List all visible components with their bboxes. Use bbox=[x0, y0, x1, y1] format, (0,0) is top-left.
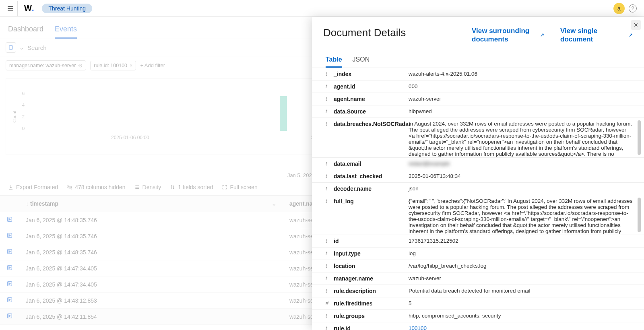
tab-events[interactable]: Events bbox=[55, 21, 77, 39]
close-panel-button[interactable]: ✕ bbox=[631, 20, 641, 30]
hamburger-menu-icon[interactable] bbox=[3, 1, 18, 16]
expand-icon[interactable] bbox=[6, 217, 13, 224]
doc-field-value: In August 2024, over 332M rows of email … bbox=[409, 118, 644, 157]
doc-field-value: hibp, compromised_accounts, security bbox=[409, 310, 644, 322]
sorted-button[interactable]: 1 fields sorted bbox=[170, 184, 213, 190]
col-timestamp[interactable]: ↓timestamp ⌄ bbox=[19, 196, 283, 212]
doc-field-key: trule.description bbox=[312, 285, 409, 297]
doc-field-row: tdecoder.namejson bbox=[312, 183, 644, 195]
density-button[interactable]: Density bbox=[134, 184, 161, 190]
doc-field-row: tdata.Sourcehibpwned bbox=[312, 105, 644, 118]
doc-field-row: tdata.emailredact@example bbox=[312, 158, 644, 170]
field-type-icon: t bbox=[326, 161, 330, 167]
doc-field-value: 2025-01-06T13:48:34 bbox=[409, 170, 644, 182]
doc-field-key: trule.id bbox=[312, 322, 409, 330]
field-type-icon: t bbox=[326, 198, 330, 204]
doc-field-value: wazuh-alerts-4.x-2025.01.06 bbox=[409, 68, 644, 80]
field-type-icon: t bbox=[326, 71, 330, 77]
svg-rect-7 bbox=[8, 217, 12, 222]
avatar[interactable]: a bbox=[613, 3, 625, 14]
doc-field-row: tfull_log{"email":" ","breaches":{"NotSO… bbox=[312, 195, 644, 235]
cell-timestamp: Jan 6, 2025 @ 14:42:11.854 bbox=[19, 309, 283, 325]
expand-icon[interactable] bbox=[6, 298, 13, 304]
doc-field-value: wazuh-server bbox=[409, 93, 644, 105]
doc-field-value[interactable]: 100100 bbox=[409, 322, 644, 330]
doc-field-key: tmanager.name bbox=[312, 272, 409, 285]
panel-title: Document Details bbox=[323, 27, 406, 39]
doc-field-key: tagent.name bbox=[312, 93, 409, 105]
close-icon[interactable]: × bbox=[130, 63, 132, 68]
doc-field-value: wazuh-server bbox=[409, 272, 644, 285]
doc-field-value: 000 bbox=[409, 80, 644, 93]
doc-field-key: tdecoder.name bbox=[312, 183, 409, 195]
export-button[interactable]: Export Formated bbox=[8, 184, 58, 190]
scrollbar[interactable] bbox=[638, 120, 641, 155]
doc-field-row: tmanager.namewazuh-server bbox=[312, 272, 644, 285]
expand-icon[interactable] bbox=[6, 250, 13, 256]
doc-field-row: t_indexwazuh-alerts-4.x-2025.01.06 bbox=[312, 68, 644, 80]
panel-tabs: Table JSON bbox=[312, 48, 644, 68]
fullscreen-button[interactable]: Full screen bbox=[222, 184, 257, 190]
panel-tab-json[interactable]: JSON bbox=[353, 53, 370, 68]
columns-hidden-button[interactable]: 478 columns hidden bbox=[67, 184, 125, 190]
doc-field-key: tlocation bbox=[312, 260, 409, 272]
field-type-icon: t bbox=[326, 108, 330, 115]
filter-label: rule.id: 100100 bbox=[94, 63, 127, 68]
pin-icon: ⊝ bbox=[78, 62, 83, 68]
add-filter-button[interactable]: + Add filter bbox=[140, 62, 165, 68]
field-type-icon: t bbox=[326, 313, 330, 319]
doc-field-key: tagent.id bbox=[312, 80, 409, 93]
view-surrounding-link[interactable]: View surrounding documents↗ bbox=[472, 27, 544, 44]
chevron-down-icon[interactable]: ⌄ bbox=[19, 44, 24, 51]
doc-field-value: Potential data breach detected for monit… bbox=[409, 285, 644, 297]
external-link-icon: ↗ bbox=[540, 32, 544, 38]
cell-timestamp: Jan 6, 2025 @ 14:47:34.405 bbox=[19, 276, 283, 293]
filter-manager-name[interactable]: manager.name: wazuh-server ⊝ bbox=[6, 60, 86, 70]
doc-field-value: log bbox=[409, 248, 644, 260]
svg-rect-9 bbox=[8, 250, 12, 254]
logo[interactable]: W. bbox=[24, 4, 34, 13]
svg-rect-3 bbox=[9, 45, 12, 49]
field-type-icon: t bbox=[326, 325, 330, 330]
field-type-icon: t bbox=[326, 250, 330, 257]
y-axis-label: Count bbox=[12, 111, 17, 122]
cell-timestamp: Jan 6, 2025 @ 14:43:12.853 bbox=[19, 293, 283, 309]
doc-field-row: tlocation/var/log/hibp_breach_checks.log bbox=[312, 260, 644, 272]
field-type-icon: t bbox=[326, 83, 330, 90]
doc-field-key: tdata.last_checked bbox=[312, 170, 409, 182]
doc-field-row: tagent.namewazuh-server bbox=[312, 93, 644, 105]
doc-field-row: tid1736171315.212502 bbox=[312, 235, 644, 248]
doc-field-value: 1736171315.212502 bbox=[409, 235, 644, 247]
view-single-link[interactable]: View single document↗ bbox=[560, 27, 633, 44]
doc-field-value: hibpwned bbox=[409, 105, 644, 118]
panel-tab-table[interactable]: Table bbox=[326, 53, 342, 68]
chart-bar bbox=[280, 96, 287, 131]
external-link-icon: ↗ bbox=[629, 32, 633, 38]
expand-icon[interactable] bbox=[6, 282, 13, 288]
doc-field-key: tfull_log bbox=[312, 195, 409, 235]
doc-field-key: #rule.firedtimes bbox=[312, 297, 409, 309]
field-type-icon: t bbox=[326, 238, 330, 244]
breadcrumb[interactable]: Threat Hunting bbox=[42, 4, 92, 13]
tab-dashboard[interactable]: Dashboard bbox=[8, 21, 43, 39]
expand-icon[interactable] bbox=[6, 233, 13, 240]
doc-field-row: trule.id100100 bbox=[312, 322, 644, 330]
doc-field-value: 5 bbox=[409, 297, 644, 309]
doc-field-key: tdata.Source bbox=[312, 105, 409, 118]
field-type-icon: t bbox=[326, 263, 330, 269]
expand-icon[interactable] bbox=[6, 314, 13, 320]
y-ticks: 6 4 2 0 bbox=[18, 91, 25, 131]
field-type-icon: t bbox=[326, 288, 330, 294]
filter-rule-id[interactable]: rule.id: 100100 × bbox=[90, 61, 136, 70]
help-icon[interactable]: ? bbox=[629, 4, 637, 12]
saved-query-icon[interactable] bbox=[6, 42, 16, 53]
topbar: W. Threat Hunting a ? bbox=[0, 0, 644, 17]
expand-icon[interactable] bbox=[6, 266, 13, 272]
cell-timestamp: Jan 6, 2025 @ 14:47:34.405 bbox=[19, 260, 283, 276]
field-type-icon: t bbox=[326, 96, 330, 102]
doc-field-key: tinput.type bbox=[312, 248, 409, 260]
field-type-icon: t bbox=[326, 186, 330, 192]
doc-field-key: tdata.breaches.NotSOCRadar bbox=[312, 118, 409, 157]
doc-field-row: trule.descriptionPotential data breach d… bbox=[312, 285, 644, 297]
scrollbar[interactable] bbox=[638, 198, 641, 232]
